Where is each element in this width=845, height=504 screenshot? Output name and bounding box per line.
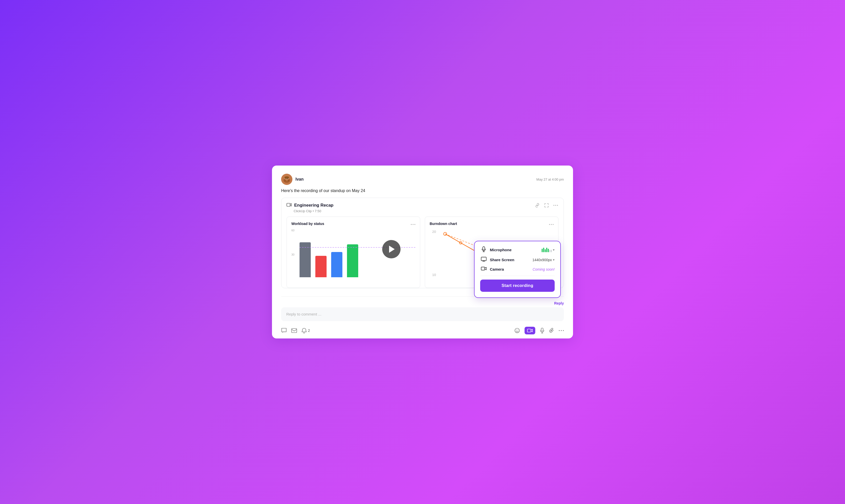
svg-rect-6 (285, 179, 286, 181)
notification-count: 2 (308, 328, 310, 332)
clip-menu-button[interactable] (553, 204, 558, 206)
svg-point-15 (549, 224, 550, 225)
bar-y-axis: 60 30 (291, 229, 294, 280)
svg-point-16 (551, 224, 552, 225)
bar-gray (300, 242, 311, 277)
reply-button[interactable]: Reply (554, 301, 564, 305)
svg-point-39 (518, 330, 518, 330)
svg-point-11 (557, 205, 558, 206)
svg-point-13 (413, 224, 414, 225)
mail-button[interactable] (291, 328, 297, 333)
svg-rect-32 (481, 257, 486, 261)
reply-input-area[interactable]: Reply to comment ... (281, 307, 564, 321)
burndown-chart-menu-button[interactable] (549, 221, 554, 226)
clip-title: Engineering Recap (294, 203, 334, 208)
microphone-chevron[interactable]: ▾ (553, 248, 555, 252)
clip-link-button[interactable] (535, 202, 540, 208)
share-screen-label: Share Screen (490, 258, 530, 262)
reply-toolbar: 2 (281, 325, 564, 339)
start-recording-button[interactable]: Start recording (480, 280, 555, 292)
svg-rect-35 (481, 267, 485, 270)
svg-point-4 (286, 178, 286, 179)
clip-expand-button[interactable] (544, 202, 549, 208)
burndown-chart-title: Burndown chart (430, 222, 457, 226)
svg-point-9 (553, 205, 554, 206)
play-button[interactable] (382, 240, 400, 258)
workload-chart-menu-button[interactable] (411, 221, 415, 226)
camera-label: Camera (490, 267, 530, 271)
svg-point-14 (414, 224, 415, 225)
share-screen-row: Share Screen 1440x900px ▾ (480, 257, 555, 263)
bar-red (315, 256, 327, 277)
clip-video-icon (287, 203, 292, 208)
svg-point-46 (563, 330, 564, 331)
svg-point-45 (561, 330, 562, 331)
microphone-label: Microphone (490, 248, 539, 252)
recording-popup: Microphone ▾ (474, 241, 561, 298)
clip-title-row: Engineering Recap (287, 203, 334, 208)
main-card: Ivan May 27 at 4:00 pm Here's the record… (272, 165, 573, 339)
mic-toolbar-button[interactable] (540, 328, 544, 334)
camera-icon (480, 266, 487, 272)
post-timestamp: May 27 at 4:00 pm (536, 178, 564, 181)
share-screen-value: 1440x900px ▾ (533, 258, 555, 262)
svg-rect-40 (527, 329, 531, 332)
camera-toolbar-button[interactable] (524, 327, 535, 335)
chat-button[interactable] (281, 328, 287, 334)
emoji-button[interactable] (514, 328, 520, 334)
post-message: Here's the recording of our standup on M… (281, 188, 564, 193)
svg-text:20: 20 (432, 230, 436, 234)
bar-blue (331, 252, 342, 277)
screen-chevron[interactable]: ▾ (553, 258, 555, 262)
camera-coming-soon: Coming soon! (533, 267, 555, 271)
clip-header: Engineering Recap (287, 202, 558, 208)
svg-point-17 (553, 224, 554, 225)
microphone-icon (480, 246, 487, 253)
svg-rect-41 (541, 328, 543, 331)
svg-point-38 (516, 330, 517, 330)
svg-rect-36 (292, 328, 297, 332)
avatar (281, 174, 292, 185)
charts-row: Workload by status 60 30 (287, 217, 558, 288)
burndown-chart-header: Burndown chart (430, 221, 554, 226)
workload-chart: Workload by status 60 30 (287, 217, 420, 288)
workload-chart-title: Workload by status (291, 222, 324, 226)
camera-row: Camera Coming soon! (480, 266, 555, 272)
clip-actions (535, 202, 558, 208)
attach-button[interactable] (549, 328, 554, 334)
reply-section: Reply Reply to comment ... 2 (281, 296, 564, 339)
bar-green (347, 244, 358, 277)
play-triangle-icon (389, 246, 395, 253)
svg-rect-8 (287, 203, 290, 206)
screen-resolution: 1440x900px (533, 258, 552, 262)
burndown-chart: Burndown chart 20 10 (425, 217, 558, 288)
svg-rect-29 (483, 247, 485, 250)
svg-point-44 (559, 330, 560, 331)
svg-rect-7 (288, 179, 289, 181)
svg-point-10 (555, 205, 556, 206)
more-toolbar-button[interactable] (559, 330, 564, 331)
svg-text:10: 10 (432, 273, 436, 277)
post-author: Ivan (281, 174, 304, 185)
reply-placeholder: Reply to comment ... (286, 312, 322, 316)
reply-toolbar-right (514, 327, 564, 335)
mic-bars (542, 248, 552, 252)
reply-toolbar-left: 2 (281, 328, 310, 334)
share-screen-icon (480, 257, 487, 263)
svg-point-3 (285, 176, 289, 179)
notification-button[interactable]: 2 (302, 328, 310, 334)
workload-chart-header: Workload by status (291, 221, 415, 226)
author-name: Ivan (295, 177, 304, 182)
clip-card: Engineering Recap ClickUp Clip • 7:50 (281, 198, 564, 288)
microphone-value: ▾ (542, 248, 555, 252)
post-header: Ivan May 27 at 4:00 pm (281, 174, 564, 185)
clip-meta: ClickUp Clip • 7:50 (294, 209, 558, 213)
popup-divider (480, 276, 555, 276)
microphone-row: Microphone ▾ (480, 246, 555, 253)
svg-point-5 (288, 178, 288, 179)
svg-point-12 (411, 224, 412, 225)
